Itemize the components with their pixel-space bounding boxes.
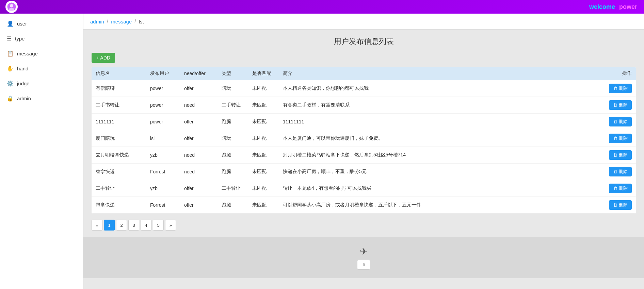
- cell-name: 去月明楼拿快递: [92, 147, 146, 164]
- footer-dialog: li: [357, 260, 371, 270]
- cell-op: 🗑 删除: [605, 114, 636, 130]
- cell-desc: 到月明楼二楼菜鸟驿站拿下快递，然后拿到5社区5号楼714: [279, 147, 605, 164]
- delete-button[interactable]: 🗑 删除: [609, 167, 632, 176]
- delete-button[interactable]: 🗑 删除: [609, 150, 632, 160]
- delete-button[interactable]: 🗑 删除: [609, 117, 632, 126]
- table-row: 厦门陪玩lsloffer陪玩未匹配本人是厦门通，可以带你玩遍厦门，妹子免费。🗑 …: [92, 130, 636, 147]
- pagination-prev[interactable]: «: [92, 220, 102, 231]
- delete-button[interactable]: 🗑 删除: [609, 184, 632, 193]
- th-op: 操作: [605, 67, 636, 80]
- cell-type: 二手转让: [218, 180, 248, 197]
- breadcrumb-sep2: /: [134, 18, 136, 24]
- delete-button[interactable]: 🗑 删除: [609, 134, 632, 143]
- cell-desc: 本人是厦门通，可以带你玩遍厦门，妹子免费。: [279, 130, 605, 147]
- navbar: welcome power: [0, 0, 644, 14]
- cell-op: 🗑 删除: [605, 80, 636, 97]
- cell-match: 未匹配: [248, 80, 279, 97]
- cell-type: 跑腿: [218, 164, 248, 180]
- cell-type: 陪玩: [218, 130, 248, 147]
- pagination-page-3[interactable]: 3: [128, 220, 139, 231]
- hand-icon: ✋: [7, 65, 14, 72]
- sidebar-item-hand[interactable]: ✋ hand: [0, 61, 83, 76]
- breadcrumb: admin / message / lst: [83, 14, 644, 30]
- pagination-next[interactable]: »: [165, 220, 176, 231]
- sidebar-item-judge[interactable]: ⚙️ judge: [0, 76, 83, 91]
- sidebar: 👤 user ☰ type 📋 message ✋ hand ⚙️ judge …: [0, 14, 83, 289]
- delete-button[interactable]: 🗑 删除: [609, 200, 632, 210]
- pagination-page-4[interactable]: 4: [141, 220, 151, 231]
- cell-user: yzb: [146, 180, 180, 197]
- sidebar-label-type: type: [15, 36, 25, 41]
- cell-op: 🗑 删除: [605, 180, 636, 197]
- table-row: 帮拿快递Forrestoffer跑腿未匹配可以帮同学从小高厂房，或者月明楼拿快递…: [92, 197, 636, 214]
- cell-op: 🗑 删除: [605, 197, 636, 214]
- sidebar-label-user: user: [17, 21, 27, 27]
- cell-type: 跑腿: [218, 147, 248, 164]
- cell-type: 二手转让: [218, 97, 248, 114]
- cell-name: 二手转让: [92, 180, 146, 197]
- navbar-right: welcome power: [589, 3, 637, 11]
- th-match: 是否匹配: [248, 67, 279, 80]
- cell-desc: 转让一本龙族4，有想看的同学可以找我买: [279, 180, 605, 197]
- cell-desc: 可以帮同学从小高厂房，或者月明楼拿快递，五斤以下，五元一件: [279, 197, 605, 214]
- breadcrumb-admin[interactable]: admin: [90, 19, 104, 24]
- cell-user: Forrest: [146, 164, 180, 180]
- table-row: 替拿快递Forrestneed跑腿未匹配快递在小高厂房，顺丰，不重，酬劳5元🗑 …: [92, 164, 636, 180]
- cell-user: power: [146, 97, 180, 114]
- cell-user: power: [146, 80, 180, 97]
- sidebar-label-admin: admin: [17, 96, 31, 101]
- welcome-text: welcome: [589, 3, 615, 11]
- cell-match: 未匹配: [248, 114, 279, 130]
- sidebar-item-admin[interactable]: 🔒 admin: [0, 91, 83, 106]
- delete-button[interactable]: 🗑 删除: [609, 84, 632, 93]
- power-text: power: [619, 3, 637, 11]
- th-type: 类型: [218, 67, 248, 80]
- judge-icon: ⚙️: [7, 80, 14, 87]
- breadcrumb-sep1: /: [107, 18, 108, 24]
- table-header-row: 信息名 发布用户 need/offer 类型 是否匹配 简介 操作: [92, 67, 636, 80]
- admin-icon: 🔒: [7, 95, 14, 102]
- pagination-page-5[interactable]: 5: [153, 220, 164, 231]
- sidebar-item-message[interactable]: 📋 message: [0, 46, 83, 61]
- cell-need_offer: need: [180, 97, 218, 114]
- cell-need_offer: offer: [180, 197, 218, 214]
- cell-desc: 本人精通各类知识，你想聊的都可以找我: [279, 80, 605, 97]
- footer-dialog-text: li: [363, 262, 365, 267]
- cell-desc: 有各类二手教材，有需要清联系: [279, 97, 605, 114]
- type-icon: ☰: [7, 35, 12, 42]
- table-row: 有偿陪聊poweroffer陪玩未匹配本人精通各类知识，你想聊的都可以找我🗑 删…: [92, 80, 636, 97]
- cell-user: power: [146, 114, 180, 130]
- cell-need_offer: offer: [180, 180, 218, 197]
- cell-op: 🗑 删除: [605, 97, 636, 114]
- cell-op: 🗑 删除: [605, 164, 636, 180]
- table-body: 有偿陪聊poweroffer陪玩未匹配本人精通各类知识，你想聊的都可以找我🗑 删…: [92, 80, 636, 214]
- cell-type: 陪玩: [218, 80, 248, 97]
- cell-op: 🗑 删除: [605, 147, 636, 164]
- th-user: 发布用户: [146, 67, 180, 80]
- cell-type: 跑腿: [218, 114, 248, 130]
- cell-match: 未匹配: [248, 197, 279, 214]
- pagination-page-1[interactable]: 1: [104, 220, 115, 231]
- breadcrumb-message: message: [111, 19, 132, 24]
- cell-match: 未匹配: [248, 180, 279, 197]
- message-icon: 📋: [7, 50, 14, 57]
- pagination-page-2[interactable]: 2: [116, 220, 127, 231]
- cell-need_offer: need: [180, 164, 218, 180]
- sidebar-item-type[interactable]: ☰ type: [0, 31, 83, 46]
- page-title: 用户发布信息列表: [92, 36, 636, 47]
- cell-name: 替拿快递: [92, 164, 146, 180]
- table-row: 二手书转让powerneed二手转让未匹配有各类二手教材，有需要清联系🗑 删除: [92, 97, 636, 114]
- delete-button[interactable]: 🗑 删除: [609, 100, 632, 110]
- sidebar-item-user[interactable]: 👤 user: [0, 16, 83, 31]
- cell-name: 厦门陪玩: [92, 130, 146, 147]
- cell-match: 未匹配: [248, 130, 279, 147]
- cell-match: 未匹配: [248, 164, 279, 180]
- th-desc: 简介: [279, 67, 605, 80]
- cell-user: Forrest: [146, 197, 180, 214]
- cell-need_offer: offer: [180, 130, 218, 147]
- th-need-offer: need/offer: [180, 67, 218, 80]
- main-content: admin / message / lst 用户发布信息列表 + ADD 信息名…: [83, 14, 644, 289]
- table-row: 去月明楼拿快递yzbneed跑腿未匹配到月明楼二楼菜鸟驿站拿下快递，然后拿到5社…: [92, 147, 636, 164]
- user-icon: 👤: [7, 20, 14, 27]
- add-button[interactable]: + ADD: [92, 53, 115, 63]
